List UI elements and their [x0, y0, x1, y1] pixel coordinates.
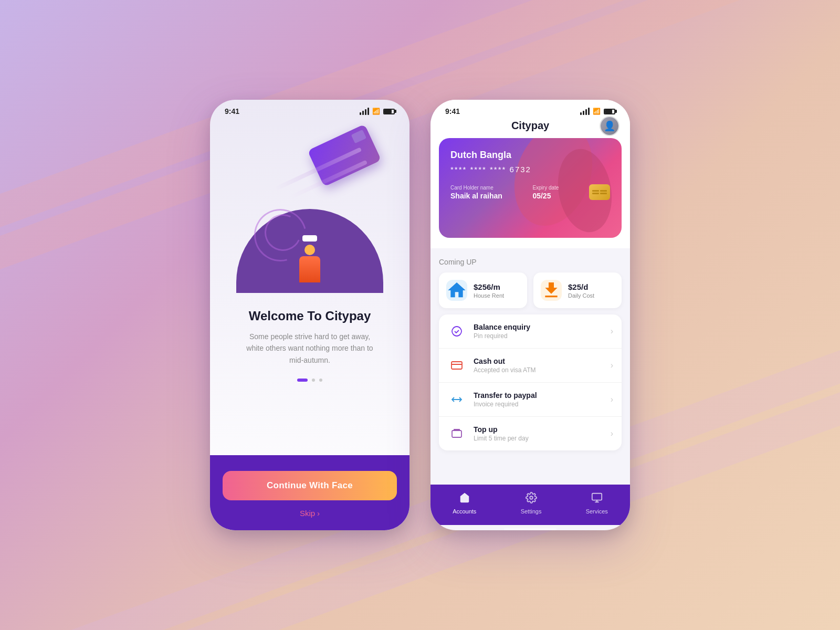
settings-label: Settings	[521, 508, 542, 514]
rent-label: House Rent	[474, 292, 504, 299]
transfer-icon	[447, 390, 466, 409]
coming-up-cards: $256/m House Rent $25/d Daily Cost	[439, 272, 622, 308]
svg-rect-0	[452, 362, 462, 369]
dot-active	[297, 379, 308, 382]
continue-button[interactable]: Continue With Face	[223, 471, 397, 500]
phones-container: 9:41 📶	[210, 100, 630, 530]
status-icons-welcome: 📶	[360, 108, 395, 115]
topup-icon	[447, 424, 466, 443]
service-sub-transfer: Invoice required	[474, 401, 603, 408]
dot-2	[312, 379, 315, 382]
svg-rect-5	[592, 494, 602, 500]
card-holder-name: Shaik al raihan	[450, 192, 502, 200]
welcome-bottom: Continue With Face Skip ›	[210, 455, 410, 530]
nav-settings[interactable]: Settings	[521, 492, 542, 514]
signal-icon	[360, 108, 369, 115]
card-number: **** **** **** 6732	[450, 165, 610, 174]
person-head	[304, 245, 315, 255]
card-section: Dutch Bangla **** **** **** 6732 Card Ho…	[430, 138, 630, 248]
card-bottom: Card Holder name Shaik al raihan Expiry …	[450, 184, 610, 200]
accounts-label: Accounts	[453, 508, 476, 514]
services-icon	[591, 492, 603, 506]
signal-icon-2	[580, 108, 590, 115]
balance-icon	[447, 322, 466, 341]
phone-welcome: 9:41 📶	[210, 100, 410, 530]
status-bar-welcome: 9:41 📶	[210, 100, 410, 120]
service-item-balance[interactable]: Balance enquiry Pin required ›	[439, 314, 622, 349]
service-item-topup[interactable]: Top up Limit 5 time per day ›	[439, 417, 622, 450]
service-sub-topup: Limit 5 time per day	[474, 435, 603, 442]
coming-up-section: Coming UP $256/m House Rent	[430, 248, 630, 314]
dashboard-scroll: Dutch Bangla **** **** **** 6732 Card Ho…	[430, 138, 630, 485]
coming-up-title: Coming UP	[439, 258, 622, 266]
status-time-welcome: 9:41	[225, 107, 239, 116]
home-icon	[446, 280, 467, 301]
battery-icon	[383, 109, 395, 114]
coming-card-rent-text: $256/m House Rent	[474, 282, 504, 299]
status-icons-dashboard: 📶	[580, 108, 615, 115]
chevron-right-transfer: ›	[611, 395, 613, 404]
card-expiry-block: Expiry date 05/25	[532, 185, 559, 200]
dashboard-header: Citypay 👤	[430, 120, 630, 138]
welcome-subtitle: Some people strive hard to get away, whi…	[242, 331, 378, 366]
dot-3	[319, 379, 322, 382]
welcome-title: Welcome To Citypay	[242, 309, 378, 323]
chevron-right-cashout: ›	[611, 361, 613, 370]
service-name-topup: Top up	[474, 425, 603, 434]
status-time-dashboard: 9:41	[445, 107, 460, 116]
download-icon	[541, 280, 562, 301]
app-title: Citypay	[511, 120, 549, 132]
daily-amount: $25/d	[568, 282, 594, 291]
coming-card-daily-text: $25/d Daily Cost	[568, 282, 594, 299]
avatar-image: 👤	[601, 117, 618, 135]
service-text-cashout: Cash out Accepted on visa ATM	[474, 357, 603, 374]
rent-amount: $256/m	[474, 282, 504, 291]
settings-icon	[526, 492, 537, 506]
coming-card-rent[interactable]: $256/m House Rent	[439, 272, 527, 308]
svg-point-4	[530, 496, 533, 499]
welcome-illustration	[223, 125, 397, 293]
service-name-balance: Balance enquiry	[474, 323, 603, 331]
welcome-content: Welcome To Citypay Some people strive ha…	[210, 120, 410, 455]
service-item-cashout[interactable]: Cash out Accepted on visa ATM ›	[439, 349, 622, 383]
coming-card-daily[interactable]: $25/d Daily Cost	[533, 272, 622, 308]
card-holder-label: Card Holder name	[450, 185, 502, 191]
service-text-balance: Balance enquiry Pin required	[474, 323, 603, 340]
battery-icon-2	[604, 109, 615, 114]
wifi-icon-2: 📶	[593, 108, 601, 115]
service-sub-cashout: Accepted on visa ATM	[474, 366, 603, 374]
bank-card[interactable]: Dutch Bangla **** **** **** 6732 Card Ho…	[439, 138, 622, 238]
chip-icon	[589, 184, 610, 200]
svg-rect-3	[452, 430, 461, 437]
service-name-transfer: Transfer to paypal	[474, 391, 603, 400]
person-illustration	[299, 238, 320, 282]
card-holder-block: Card Holder name Shaik al raihan	[450, 185, 502, 200]
page-dots	[297, 379, 322, 382]
home-indicator	[504, 528, 556, 530]
service-text-transfer: Transfer to paypal Invoice required	[474, 391, 603, 408]
nav-services[interactable]: Services	[586, 492, 608, 514]
accounts-icon	[459, 492, 470, 506]
card-expiry-label: Expiry date	[532, 185, 559, 191]
cashout-icon	[447, 356, 466, 375]
status-bar-dashboard: 9:41 📶	[430, 100, 630, 120]
welcome-text-block: Welcome To Citypay Some people strive ha…	[242, 309, 378, 366]
service-sub-balance: Pin required	[474, 332, 603, 340]
nav-accounts[interactable]: Accounts	[453, 492, 476, 514]
user-avatar[interactable]: 👤	[600, 116, 620, 136]
chevron-right-balance: ›	[611, 327, 613, 336]
wifi-icon: 📶	[372, 108, 380, 115]
services-label: Services	[586, 508, 608, 514]
card-expiry-value: 05/25	[532, 192, 559, 200]
person-hat	[302, 235, 317, 242]
chevron-right-topup: ›	[611, 429, 613, 438]
card-bank-name: Dutch Bangla	[450, 150, 610, 161]
skip-link[interactable]: Skip ›	[300, 509, 320, 518]
service-text-topup: Top up Limit 5 time per day	[474, 425, 603, 442]
service-item-transfer[interactable]: Transfer to paypal Invoice required ›	[439, 383, 622, 417]
service-name-cashout: Cash out	[474, 357, 603, 365]
person-body	[299, 256, 320, 282]
bottom-navigation: Accounts Settings	[430, 485, 630, 525]
services-list: Balance enquiry Pin required › Cash out	[439, 314, 622, 450]
daily-label: Daily Cost	[568, 292, 594, 299]
